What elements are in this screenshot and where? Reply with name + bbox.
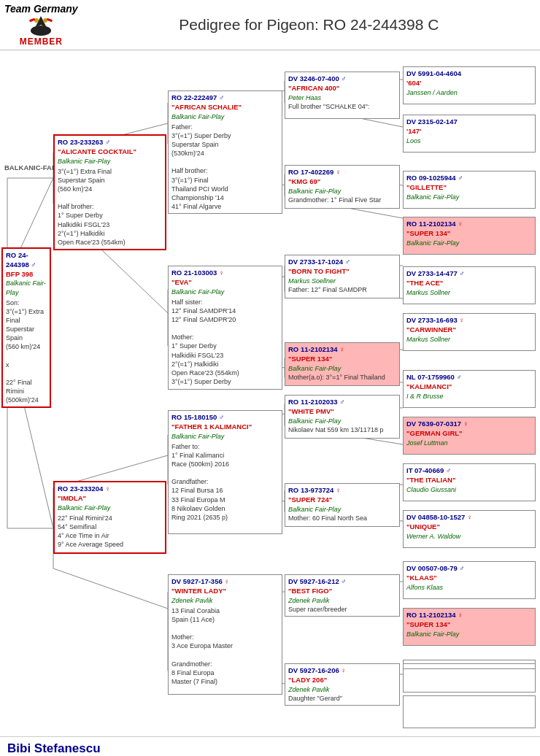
main-name: BFP 398: [6, 270, 47, 279]
c1t-name: "ALICANTE COCKTAIL": [58, 147, 162, 157]
col4-11-box: DV 00507-08-79 ♂ "KLAAS" Alfons Klaas: [403, 561, 536, 599]
col4-8-box: DV 7639-07-0317 ♀ "GERMAN GIRL" Josef Lu…: [403, 417, 536, 455]
main-loft: Balkanic Fair-Play: [6, 279, 47, 296]
col3-7-box: DV 5927-16-212 ♂ "BEST FIGO" Zdenek Pavl…: [285, 574, 400, 617]
svg-point-2: [34, 18, 39, 23]
member-label: MEMBER: [20, 36, 63, 47]
col4-6-box: DV 2733-16-693 ♀ "CARWINNER" Markus Soll…: [403, 313, 536, 351]
col4-1-box: DV 5991-04-4604 '604' Janssen / Aarden: [403, 66, 536, 104]
c1b-notes: 22° Final Rimini'24 54° Semifinal 4° Ace…: [58, 514, 162, 549]
svg-rect-5: [47, 18, 53, 23]
col2-tb-box: RO 21-103003 ♀ "EVA" Balkanic Fair-Play …: [168, 266, 282, 390]
col2-bt-box: RO 15-180150 ♂ "FATHER 1 KALIMANCI" Balk…: [168, 410, 282, 534]
c1b-name: "IMDLA": [58, 494, 162, 504]
c1t-id: RO 23-233263: [58, 138, 103, 146]
svg-point-0: [31, 26, 51, 36]
col3-1-box: DV 3246-07-400 ♂ "AFRICAN 400" Peter Haa…: [285, 72, 400, 119]
pedigree-area: BALKANIC-FAIR-PLAY-LOFT RO 24-244398 ♂ B…: [0, 50, 540, 736]
col4-empty-2: [403, 695, 536, 728]
c1t-sex: ♂: [105, 138, 110, 146]
col4-2-box: DV 2315-02-147 '147' Loos: [403, 115, 536, 153]
col1-bot-box: RO 23-233204 ♀ "IMDLA" Balkanic Fair-Pla…: [53, 481, 166, 554]
col1-top-box: RO 23-233263 ♂ "ALICANTE COCKTAIL" Balka…: [53, 134, 166, 250]
col3-3-box: DV 2733-17-1024 ♂ "BORN TO FIGHT" Markus…: [285, 255, 400, 298]
c1b-id: RO 23-233204: [58, 485, 103, 493]
col2-bb-box: DV 5927-17-356 ♀ "WINTER LADY" Zdenek Pa…: [168, 574, 282, 695]
footer-name: Bibi Stefanescu: [7, 741, 533, 756]
eagle-icon: [22, 15, 60, 36]
team-germany-badge: Team Germany MEMBER: [4, 3, 78, 47]
c1b-loft: Balkanic Fair-Play: [58, 504, 162, 512]
svg-point-3: [43, 18, 47, 23]
c1t-notes: 3°(=1°) Extra Final Superstar Spain (560…: [58, 167, 162, 247]
team-name: Team Germany: [4, 3, 78, 15]
col3-6-box: RO 13-973724 ♀ "SUPER 724" Balkanic Fair…: [285, 483, 400, 527]
svg-line-15: [53, 568, 168, 609]
col3-2-box: RO 17-402269 ♀ "KMG 69" Balkanic Fair-Pl…: [285, 165, 400, 209]
main-pigeon-box: RO 24-244398 ♂ BFP 398 Balkanic Fair-Pla…: [1, 247, 51, 408]
col4-empty-3: [403, 663, 536, 669]
col4-4-box: RO 11-2102134 ♀ "SUPER 134" Balkanic Fai…: [403, 217, 536, 255]
col4-7-box: NL 07-1759960 ♂ "KALIMANCI" I & R Brusse: [403, 370, 536, 408]
col3-8-box: DV 5927-16-206 ♀ "LADY 206" Zdenek Pavli…: [285, 663, 400, 706]
c1t-loft: Balkanic Fair-Play: [58, 157, 162, 166]
col3-4-box: RO 11-2102134 ♀ "SUPER 134" Balkanic Fai…: [285, 342, 400, 386]
col4-12-box: RO 11-2102134 ♀ "SUPER 134" Balkanic Fai…: [403, 608, 536, 646]
main-sex: ♂: [31, 261, 36, 269]
col4-3-box: RO 09-1025944 ♂ "GILLETTE" Balkanic Fair…: [403, 171, 536, 209]
footer: Bibi Stefanescu pigeonbyby@yahoo.com spo…: [0, 736, 540, 756]
c1b-sex: ♀: [105, 485, 110, 493]
col4-10-box: DV 04858-10-1527 ♀ "UNIQUE" Werner A. Wa…: [403, 510, 536, 548]
col4-5-box: DV 2733-14-477 ♂ "THE ACE" Markus Sollne…: [403, 266, 536, 304]
page-title: Pedigree for Pigeon: RO 24-244398 C: [84, 16, 534, 34]
col2-tt-box: RO 22-222497 ♂ "AFRICAN SCHALIE" Balkani…: [168, 90, 282, 214]
col3-5-box: RO 11-2102033 ♂ "WHITE PMV" Balkanic Fai…: [285, 395, 400, 439]
svg-rect-4: [29, 18, 36, 23]
main-notes: Son: 3°(=1°) Extra Final Superstar Spain…: [6, 298, 47, 405]
main-id: RO 24-244398: [6, 251, 29, 269]
col4-9-box: IT 07-40669 ♂ "THE ITALIAN" Claudio Gius…: [403, 463, 536, 501]
